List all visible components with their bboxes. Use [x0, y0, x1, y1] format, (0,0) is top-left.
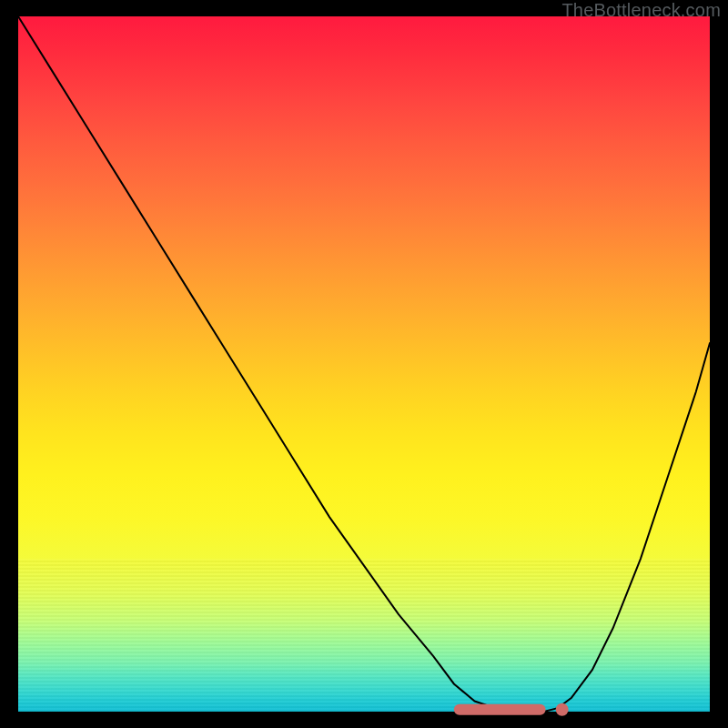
- watermark-text: TheBottleneck.com: [561, 0, 721, 20]
- svg-rect-0: [454, 704, 546, 715]
- curve-svg: [18, 16, 710, 712]
- svg-point-1: [556, 703, 569, 716]
- chart-frame: TheBottleneck.com: [0, 0, 728, 728]
- plot-area: [18, 16, 710, 712]
- bottleneck-curve: [18, 16, 710, 712]
